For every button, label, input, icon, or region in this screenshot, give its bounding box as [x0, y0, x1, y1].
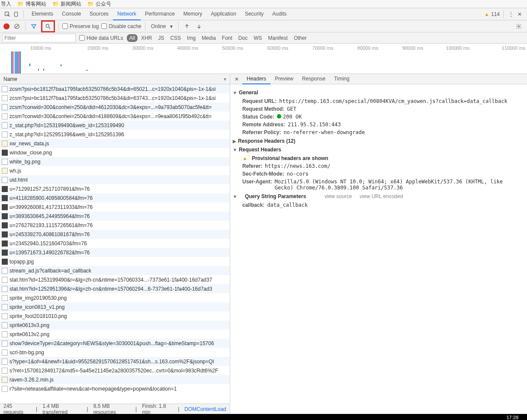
- request-row[interactable]: u=3893630845,244955964&fm=76: [0, 212, 230, 221]
- request-row[interactable]: xw_news_data.js: [0, 139, 230, 148]
- filter-pill-js[interactable]: JS: [155, 34, 167, 42]
- request-row[interactable]: show?deviceType=2&category=NEWS&style=30…: [0, 339, 230, 348]
- filter-pill-css[interactable]: CSS: [167, 34, 183, 42]
- kebab-icon[interactable]: ⋮: [507, 10, 515, 18]
- request-row[interactable]: s?type=1&of=4&newf=1&uid=955258291570612…: [0, 357, 230, 366]
- search-icon[interactable]: [43, 22, 53, 31]
- request-row[interactable]: u=23452940,1521604703&fm=76: [0, 239, 230, 248]
- detail-tab-headers[interactable]: Headers: [242, 74, 270, 84]
- general-section[interactable]: ▼General: [233, 90, 523, 96]
- doc-file-icon: [2, 277, 8, 283]
- svg-line-5: [49, 27, 51, 29]
- filter-icon[interactable]: [29, 22, 39, 31]
- tab-elements[interactable]: Elements: [27, 8, 58, 20]
- request-row[interactable]: zcsm?conwid=300&conhei=250&rdid=4612030&…: [0, 103, 230, 112]
- filter-pill-doc[interactable]: Doc: [236, 34, 250, 42]
- request-row[interactable]: uid.html: [0, 175, 230, 184]
- request-row[interactable]: u=3999260081,4172311933&fm=76: [0, 202, 230, 212]
- filter-pill-manifest[interactable]: Manifest: [266, 34, 290, 42]
- request-row[interactable]: topapp.jpg: [0, 257, 230, 266]
- record-button[interactable]: [3, 23, 10, 29]
- bookmark-item[interactable]: 导入: [1, 0, 11, 8]
- request-row[interactable]: raven-3.26.2.min.js: [0, 375, 230, 384]
- request-row[interactable]: scrl-btn-bg.png: [0, 348, 230, 357]
- request-row[interactable]: zcsm?conwid=300&conhei=250&rdid=4188609&…: [0, 112, 230, 121]
- taskbar: [0, 414, 527, 420]
- filter-pill-xhr[interactable]: XHR: [138, 34, 154, 42]
- view-url-encoded-link[interactable]: view URL encoded: [360, 193, 403, 199]
- request-row[interactable]: stat.htm?id=1252951396&r=&lg=zh-cn&ntime…: [0, 284, 230, 293]
- close-devtools-icon[interactable]: ✕: [516, 10, 524, 18]
- filter-pill-img[interactable]: Img: [184, 34, 198, 42]
- settings-gear-icon[interactable]: [514, 22, 524, 31]
- request-row[interactable]: u=245339270,4086108167&fm=76: [0, 230, 230, 239]
- inspect-icon[interactable]: [3, 10, 11, 18]
- request-row[interactable]: z_stat.php?id=1253199490&web_id=12531994…: [0, 121, 230, 130]
- doc-file-icon: [2, 113, 8, 119]
- tab-application[interactable]: Application: [206, 8, 241, 20]
- request-row[interactable]: sprite_img20190530.png: [0, 293, 230, 302]
- bookmark-item[interactable]: 📁新闻网站: [52, 0, 81, 8]
- request-row[interactable]: stream_ad.js?callback=ad_callback: [0, 266, 230, 275]
- request-row[interactable]: r?site=netease&affiliate=news&cat=homepa…: [0, 384, 230, 393]
- request-row[interactable]: u=712991257,2517107891&fm=76: [0, 184, 230, 193]
- request-headers-section[interactable]: ▼Request Headers: [233, 147, 523, 153]
- filter-pill-font[interactable]: Font: [219, 34, 235, 42]
- request-row[interactable]: zcsm?psi=bc1812f7baa1795facb53250786c5b3…: [0, 84, 230, 93]
- request-row[interactable]: u=2762782193,1115726561&fm=76: [0, 221, 230, 230]
- tab-security[interactable]: Security: [241, 8, 268, 20]
- filter-pill-other[interactable]: Other: [291, 34, 309, 42]
- network-toolbar: Preserve log Disable cache Online▾: [0, 20, 527, 32]
- network-timeline[interactable]: 10000 ms20000 ms30000 ms40000 ms50000 ms…: [0, 44, 527, 74]
- request-row[interactable]: u=139571673,1490226782&fm=76: [0, 248, 230, 257]
- doc-file-icon: [2, 304, 8, 310]
- filter-pill-ws[interactable]: WS: [251, 34, 264, 42]
- detail-tab-response[interactable]: Response: [298, 74, 330, 84]
- response-headers-section[interactable]: ▶Response Headers (12): [233, 138, 523, 144]
- device-icon[interactable]: [12, 10, 20, 18]
- view-source-link[interactable]: view source: [325, 193, 352, 199]
- bookmark-item[interactable]: 📁公众号: [87, 0, 111, 8]
- request-row[interactable]: window_close.png: [0, 148, 230, 157]
- close-detail-icon[interactable]: ✕: [233, 75, 241, 83]
- request-row[interactable]: u=4118285900,4095800584&fm=76: [0, 193, 230, 202]
- bookmark-item[interactable]: 📁博客网站: [17, 0, 46, 8]
- warnings-count[interactable]: ▲114: [484, 11, 500, 17]
- request-row[interactable]: z_stat.php?id=1252951396&web_id=12529513…: [0, 130, 230, 139]
- domcontentloaded-link[interactable]: DOMContentLoad: [184, 406, 226, 412]
- request-row[interactable]: sprite0613v3.png: [0, 321, 230, 330]
- tab-sources[interactable]: Sources: [85, 8, 113, 20]
- img-file-icon: [2, 195, 8, 201]
- filter-pill-all[interactable]: All: [127, 34, 138, 42]
- request-row[interactable]: sprite_icon0813_v1.png: [0, 302, 230, 311]
- request-row[interactable]: sprite0613v2.png: [0, 330, 230, 339]
- upload-har-icon[interactable]: [182, 22, 192, 31]
- download-har-icon[interactable]: [194, 22, 204, 31]
- request-row[interactable]: sprite_foot20181010.png: [0, 311, 230, 321]
- tab-network[interactable]: Network: [113, 8, 141, 20]
- detail-tab-preview[interactable]: Preview: [270, 74, 298, 84]
- bookmarks-bar: 导入 📁博客网站 📁新闻网站 📁公众号: [0, 0, 527, 8]
- filter-input[interactable]: [2, 34, 76, 42]
- request-row[interactable]: zcsm?psi=bc1812f7baa1795facb53250786c5b3…: [0, 93, 230, 103]
- clear-icon[interactable]: [12, 22, 22, 31]
- detail-tabs: ✕ HeadersPreviewResponseTiming: [230, 74, 527, 84]
- img-file-icon: [2, 250, 8, 256]
- request-list[interactable]: zcsm?psi=bc1812f7baa1795facb53250786c5b3…: [0, 84, 230, 404]
- tab-memory[interactable]: Memory: [179, 8, 206, 20]
- hide-data-urls-checkbox[interactable]: Hide data URLs: [79, 35, 123, 41]
- tab-console[interactable]: Console: [58, 8, 85, 20]
- preserve-log-checkbox[interactable]: Preserve log: [62, 23, 99, 29]
- request-row[interactable]: s?ret=1570612849172&md5=-5a45e21145e2a28…: [0, 366, 230, 375]
- detail-tab-timing[interactable]: Timing: [330, 74, 354, 84]
- throttle-select[interactable]: Online▾: [149, 22, 175, 31]
- request-row[interactable]: stat.htm?id=1253199490&r=&lg=zh-cn&ntime…: [0, 275, 230, 284]
- request-row[interactable]: wh.js: [0, 166, 230, 175]
- disable-cache-checkbox[interactable]: Disable cache: [101, 23, 141, 29]
- name-column-header[interactable]: Name ▾: [0, 74, 230, 84]
- filter-pill-media[interactable]: Media: [199, 34, 219, 42]
- tab-audits[interactable]: Audits: [268, 8, 291, 20]
- tab-performance[interactable]: Performance: [141, 8, 179, 20]
- request-row[interactable]: white_bg.png: [0, 157, 230, 166]
- query-string-section[interactable]: ▼Query String Parameters view source vie…: [233, 193, 523, 199]
